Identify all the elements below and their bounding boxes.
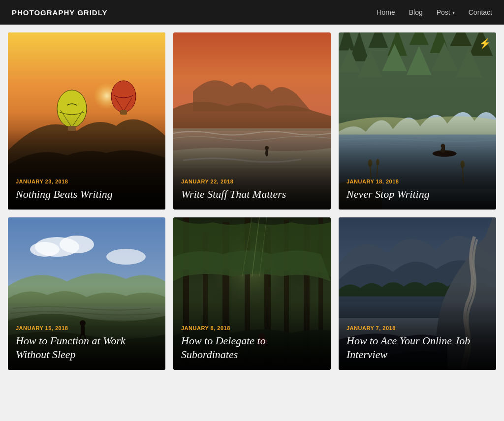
svg-rect-4 (68, 126, 76, 131)
chevron-down-icon: ▾ (452, 10, 455, 15)
svg-rect-10 (173, 128, 331, 168)
site-logo[interactable]: PHOTOGRAPHY GRIDLY (12, 8, 107, 17)
svg-point-12 (265, 146, 269, 150)
card-date-1: JANUARY 23, 2018 (16, 179, 158, 184)
card-nothing-beats-writing[interactable]: JANUARY 23, 2018 Nothing Beats Writing (8, 32, 165, 210)
card-text-5: JANUARY 8, 2018 How to Delegate to Subor… (173, 317, 331, 370)
card-write-stuff[interactable]: JANUARY 22, 2018 Write Stuff That Matter… (173, 32, 331, 210)
card-title-4: How to Function at Work Without Sleep (16, 334, 158, 362)
card-date-4: JANUARY 15, 2018 (16, 325, 158, 331)
nav-blog[interactable]: Blog (409, 8, 423, 16)
nav-post[interactable]: Post ▾ (437, 8, 455, 16)
navbar: PHOTOGRAPHY GRIDLY Home Blog Post ▾ Cont… (0, 0, 504, 25)
card-date-3: JANUARY 18, 2018 (346, 179, 488, 184)
svg-point-25 (460, 161, 465, 168)
card-title-5: How to Delegate to Subordinates (181, 334, 323, 362)
nav-links: Home Blog Post ▾ Contact (377, 8, 492, 16)
svg-point-18 (441, 148, 445, 153)
card-function-at-work[interactable]: JANUARY 15, 2018 How to Function at Work… (8, 217, 165, 370)
card-text-4: JANUARY 15, 2018 How to Function at Work… (8, 317, 165, 370)
card-text-2: JANUARY 22, 2018 Write Stuff That Matter… (173, 171, 331, 210)
nav-home[interactable]: Home (377, 8, 395, 16)
card-date-5: JANUARY 8, 2018 (181, 325, 323, 331)
nav-contact[interactable]: Contact (469, 8, 492, 16)
card-title-3: Never Stop Writing (346, 187, 488, 202)
lightning-badge: ⚡ (479, 37, 491, 49)
card-title-2: Write Stuff That Matters (181, 187, 323, 202)
svg-point-16 (433, 150, 457, 157)
card-text-1: JANUARY 23, 2018 Nothing Beats Writing (8, 171, 165, 210)
card-date-2: JANUARY 22, 2018 (181, 179, 323, 184)
card-title-1: Nothing Beats Writing (16, 187, 158, 202)
card-text-6: JANUARY 7, 2018 How to Ace Your Online J… (339, 317, 496, 370)
svg-point-19 (441, 144, 445, 148)
card-text-3: JANUARY 18, 2018 Never Stop Writing (339, 171, 496, 210)
card-never-stop-writing[interactable]: ⚡ JANUARY 18, 2018 Never Stop Writing (339, 32, 496, 210)
card-date-6: JANUARY 7, 2018 (346, 325, 488, 331)
card-title-6: How to Ace Your Online Job Interview (346, 334, 488, 362)
svg-point-23 (376, 159, 379, 165)
svg-point-11 (265, 150, 268, 156)
card-online-job-interview[interactable]: JANUARY 7, 2018 How to Ace Your Online J… (339, 217, 496, 370)
card-delegate-subordinates[interactable]: JANUARY 8, 2018 How to Delegate to Subor… (173, 217, 331, 370)
blog-grid: JANUARY 23, 2018 Nothing Beats Writing (0, 25, 504, 378)
svg-point-22 (368, 159, 373, 167)
